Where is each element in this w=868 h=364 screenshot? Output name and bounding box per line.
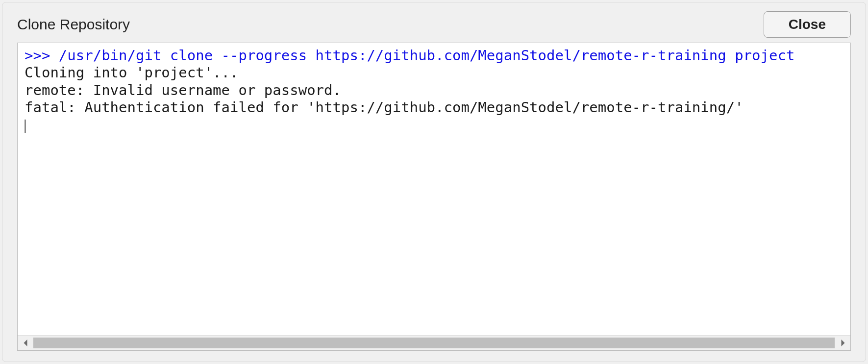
close-button[interactable]: Close xyxy=(764,11,851,38)
scrollbar-track[interactable] xyxy=(33,338,835,348)
svg-marker-0 xyxy=(24,340,27,346)
console-line: Cloning into 'project'... xyxy=(25,64,239,81)
scroll-right-arrow-icon[interactable] xyxy=(837,337,848,349)
scroll-left-arrow-icon[interactable] xyxy=(20,337,31,349)
console-line: remote: Invalid username or password. xyxy=(25,82,341,98)
clone-repository-dialog: Clone Repository Close >>> /usr/bin/git … xyxy=(2,2,866,362)
console-panel: >>> /usr/bin/git clone --progress https:… xyxy=(17,43,851,351)
console-command-line: >>> /usr/bin/git clone --progress https:… xyxy=(25,47,794,64)
dialog-title: Clone Repository xyxy=(17,16,130,33)
horizontal-scrollbar[interactable] xyxy=(18,335,850,350)
dialog-header: Clone Repository Close xyxy=(2,2,866,44)
console-cursor xyxy=(25,120,26,133)
svg-marker-1 xyxy=(841,340,844,346)
console-line: fatal: Authentication failed for 'https:… xyxy=(25,99,744,116)
console-output[interactable]: >>> /usr/bin/git clone --progress https:… xyxy=(18,43,850,335)
